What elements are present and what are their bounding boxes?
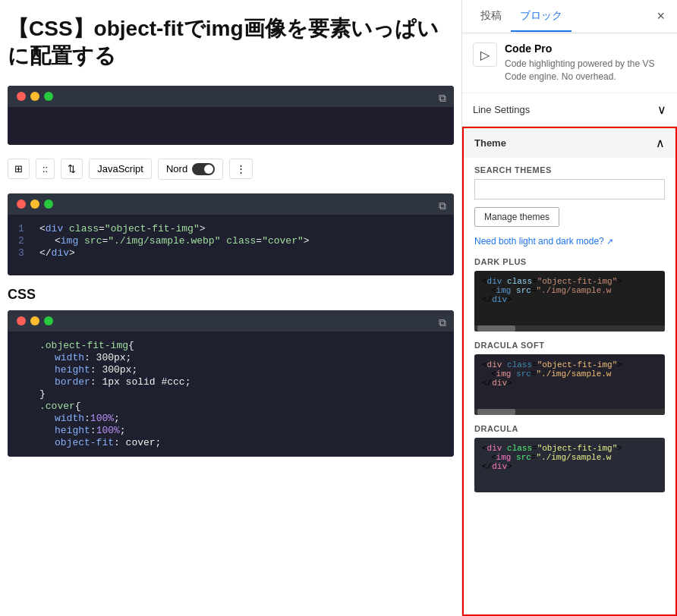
panel-tabs: 投稿 ブロック ×: [462, 0, 677, 33]
theme-card-dracula-body: <div class="object-fit-img"> <img src=".…: [474, 438, 665, 492]
page-title: 【CSS】object-fitでimg画像を要素いっぱいに配置する: [8, 15, 454, 71]
code-line-2: 2 <img src="./img/sample.webp" class="co…: [18, 235, 443, 247]
code-block-header-3: [8, 310, 454, 332]
code-pro-icon: ▷: [473, 42, 497, 67]
tab-block[interactable]: ブロック: [511, 2, 572, 32]
chevron-down-icon: ∨: [657, 102, 666, 117]
code-block-3: .object-fit-img{ width: 300px; height: 3…: [8, 310, 454, 457]
line-num-1: 1: [18, 223, 30, 234]
section-heading-css: CSS: [8, 287, 454, 303]
theme-scroll[interactable]: SEARCH THEMES Manage themes Need both li…: [464, 158, 675, 614]
line-num-3: 3: [18, 247, 30, 259]
dark-plus-scrollbar-thumb: [477, 325, 515, 332]
line-settings-header[interactable]: Line Settings ∨: [462, 93, 677, 127]
theme-body: SEARCH THEMES Manage themes Need both li…: [464, 158, 675, 509]
dot-red: [17, 92, 26, 101]
dot-green: [44, 92, 53, 101]
search-themes-label: SEARCH THEMES: [474, 165, 665, 174]
terminal-icon-btn[interactable]: ⊞: [8, 159, 30, 179]
code-pro-info: Code Pro Code highlighting powered by th…: [505, 42, 666, 83]
theme-toggle[interactable]: [192, 163, 215, 175]
language-btn[interactable]: JavaScript: [89, 159, 152, 179]
dot-yellow-3: [30, 316, 39, 325]
theme-card-dark-plus[interactable]: <div class="object-fit-img"> <img src=".…: [474, 271, 665, 332]
light-dark-link[interactable]: Need both light and dark mode?: [474, 236, 665, 247]
dracula-soft-label: DRACULA SOFT: [474, 341, 665, 350]
dot-green-2: [44, 200, 53, 209]
toolbar: ⊞ :: ⇅ JavaScript Nord ⋮: [8, 152, 454, 186]
theme-title: Theme: [474, 137, 506, 149]
dot-red-2: [17, 200, 26, 209]
theme-header[interactable]: Theme ∧: [464, 128, 675, 158]
dot-green-3: [44, 316, 53, 325]
line-num-2: 2: [18, 235, 30, 247]
code-html: 1 <div class="object-fit-img"> 2 <img sr…: [8, 215, 454, 275]
code-pro-header: ▷ Code Pro Code highlighting powered by …: [473, 42, 666, 83]
chevron-up-icon: ∧: [656, 136, 665, 150]
code-line-1: 1 <div class="object-fit-img">: [18, 223, 443, 234]
theme-card-dark-plus-body: <div class="object-fit-img"> <img src=".…: [474, 271, 665, 325]
manage-themes-btn[interactable]: Manage themes: [474, 207, 559, 227]
main-content: 【CSS】object-fitでimg画像を要素いっぱいに配置する ⧉ ⊞ ::…: [0, 0, 461, 616]
theme-card-dracula-soft[interactable]: <div class="object-fit-img"> <img src=".…: [474, 354, 665, 415]
code-block-header-1: [8, 86, 454, 107]
code-pro-title: Code Pro: [505, 42, 666, 55]
more-options-btn[interactable]: ⋮: [229, 159, 253, 179]
dark-plus-scrollbar: [474, 325, 665, 332]
code-block-header-2: [8, 193, 454, 215]
dracula-soft-scrollbar-thumb: [477, 409, 515, 415]
right-panel: 投稿 ブロック × ▷ Code Pro Code highlighting p…: [461, 0, 677, 616]
close-panel-btn[interactable]: ×: [653, 5, 668, 27]
code-block-2: 1 <div class="object-fit-img"> 2 <img sr…: [8, 193, 454, 275]
line-settings-label: Line Settings: [473, 104, 530, 115]
language-label: JavaScript: [97, 163, 143, 174]
theme-card-dracula[interactable]: <div class="object-fit-img"> <img src=".…: [474, 438, 665, 492]
dracula-soft-scrollbar: [474, 409, 665, 415]
code-line-3: 3 </div>: [18, 247, 443, 259]
copy-icon-1[interactable]: ⧉: [439, 92, 446, 105]
dracula-label: DRACULA: [474, 424, 665, 433]
theme-section-outer: Theme ∧ SEARCH THEMES Manage themes Need…: [462, 127, 677, 616]
manage-themes-wrap: Manage themes: [474, 207, 665, 236]
grid-icon-btn[interactable]: ::: [36, 159, 55, 179]
copy-icon-2[interactable]: ⧉: [439, 200, 446, 212]
tab-post[interactable]: 投稿: [471, 2, 511, 32]
code-block-1: ⧉: [8, 86, 454, 145]
dot-yellow-2: [30, 200, 39, 209]
dot-red-3: [17, 316, 26, 325]
code-pro-desc: Code highlighting powered by the VS Code…: [505, 58, 666, 83]
code-empty-1: [8, 107, 454, 145]
dot-yellow: [30, 92, 39, 101]
code-pro-section: ▷ Code Pro Code highlighting powered by …: [462, 33, 677, 93]
theme-card-dracula-soft-body: <div class="object-fit-img"> <img src=".…: [474, 354, 665, 409]
theme-toggle-wrap: Nord: [158, 159, 223, 180]
arrows-icon-btn[interactable]: ⇅: [61, 159, 83, 179]
theme-toggle-label: Nord: [166, 163, 187, 174]
code-css: .object-fit-img{ width: 300px; height: 3…: [8, 332, 454, 457]
search-themes-input[interactable]: [474, 179, 665, 200]
copy-icon-3[interactable]: ⧉: [439, 316, 446, 329]
dark-plus-label: DARK PLUS: [474, 257, 665, 266]
